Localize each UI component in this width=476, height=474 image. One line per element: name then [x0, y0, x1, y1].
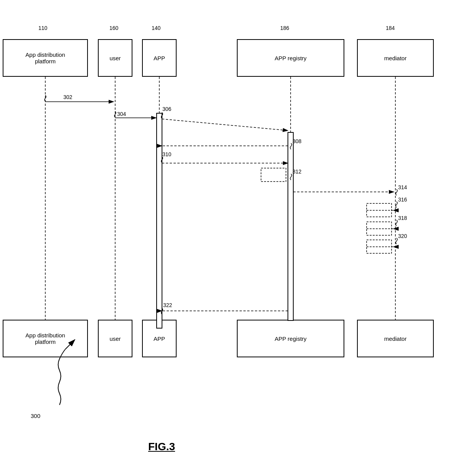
svg-text:320: 320: [398, 233, 407, 239]
svg-text:306: 306: [162, 106, 172, 112]
ref-300: 300: [31, 413, 40, 419]
figure-label: FIG.3: [148, 441, 175, 453]
diagram: App distributionplatform user APP APP re…: [0, 0, 476, 474]
sequence-diagram-svg: 302 304 306 308 310 312 314 316: [0, 0, 476, 474]
svg-text:302: 302: [63, 94, 73, 100]
svg-text:316: 316: [398, 197, 407, 203]
svg-rect-9: [288, 132, 293, 320]
svg-text:308: 308: [293, 138, 302, 144]
svg-line-15: [162, 119, 288, 130]
svg-text:322: 322: [163, 302, 172, 308]
svg-text:314: 314: [398, 184, 407, 190]
svg-rect-8: [157, 113, 162, 328]
svg-text:318: 318: [398, 215, 407, 221]
svg-text:312: 312: [293, 168, 302, 175]
svg-text:304: 304: [117, 111, 126, 117]
svg-text:310: 310: [162, 151, 172, 157]
svg-rect-20: [261, 168, 286, 182]
svg-line-35: [65, 340, 75, 349]
